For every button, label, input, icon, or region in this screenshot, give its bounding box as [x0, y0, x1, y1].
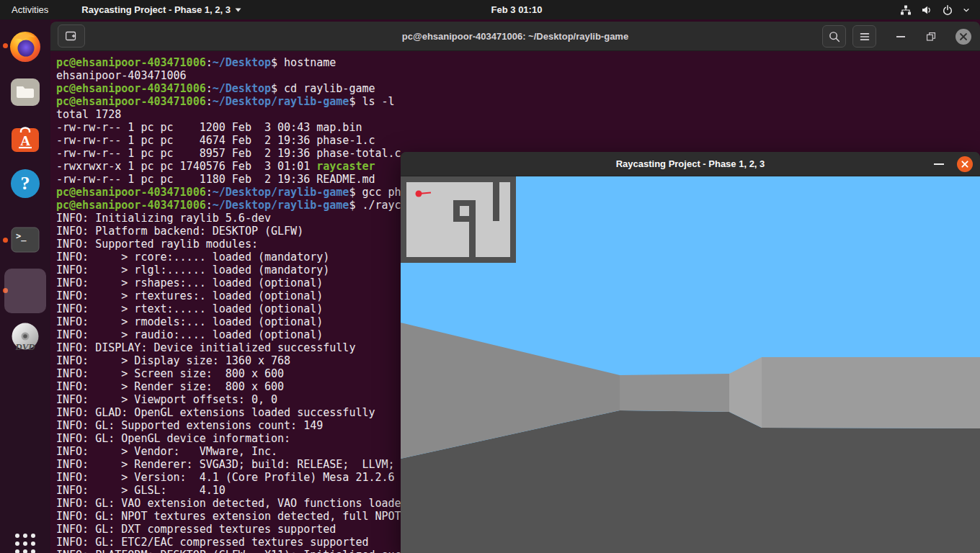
chevron-down-icon: [963, 6, 970, 14]
wall-far: [620, 374, 729, 412]
restore-button[interactable]: [924, 30, 938, 44]
svg-text:?: ?: [21, 173, 30, 194]
terminal-titlebar[interactable]: pc@ehsanipoor-403471006: ~/Desktop/rayli…: [50, 22, 980, 51]
search-icon: [827, 29, 842, 45]
restore-icon: [924, 30, 938, 44]
dock-item-help[interactable]: ?: [0, 166, 50, 201]
svg-text:A: A: [20, 133, 30, 148]
dock-item-ubuntu-software[interactable]: A: [0, 122, 50, 156]
dock-item-raycaster-app[interactable]: [4, 269, 46, 313]
terminal-icon: >_: [8, 222, 43, 257]
focused-app-title: Raycasting Project - Phase 1, 2, 3: [81, 4, 231, 15]
terminal-line: pc@ehsanipoor-403471006:~/Desktop$ hostn…: [56, 56, 980, 69]
clock-button[interactable]: Feb 3 01:10: [470, 4, 564, 15]
chevron-down-icon: [235, 8, 241, 12]
svg-text:>_: >_: [16, 231, 27, 242]
dock-item-terminal[interactable]: >_: [0, 222, 50, 257]
dock-item-firefox[interactable]: [0, 29, 50, 63]
focused-app-menu[interactable]: Raycasting Project - Phase 1, 2, 3: [74, 0, 249, 19]
minimize-button[interactable]: [896, 36, 905, 37]
ubuntu-software-icon: A: [8, 122, 43, 156]
close-button[interactable]: [956, 29, 971, 45]
game-window: Raycasting Project - Phase 1, 2, 3: [401, 152, 980, 553]
dock-item-dvd[interactable]: DVD: [0, 321, 50, 356]
dock-item-show-applications[interactable]: [0, 529, 50, 553]
volume-icon: [921, 4, 932, 16]
hamburger-menu-icon: [857, 29, 873, 45]
files-icon: [8, 75, 43, 109]
terminal-line: ehsanipoor-403471006: [56, 69, 980, 82]
close-icon: [959, 32, 968, 41]
game-viewport: [401, 176, 980, 553]
wall-right: [762, 357, 980, 428]
firefox-icon: [8, 29, 43, 63]
dock-item-files[interactable]: [0, 75, 50, 109]
minimap: [401, 176, 516, 263]
player-marker: [416, 191, 422, 197]
search-button[interactable]: [822, 25, 846, 48]
top-bar: Activities Raycasting Project - Phase 1,…: [0, 0, 980, 19]
activities-label: Activities: [12, 4, 48, 15]
dvd-icon: DVD: [8, 321, 43, 356]
terminal-line: pc@ehsanipoor-403471006:~/Desktop$ cd ra…: [56, 82, 980, 95]
network-icon: [900, 4, 912, 16]
game-titlebar[interactable]: Raycasting Project - Phase 1, 2, 3: [401, 152, 980, 176]
power-icon: [942, 4, 953, 16]
terminal-line: -rw-rw-r-- 1 pc pc 4674 Feb 2 19:36 phas…: [56, 134, 980, 147]
menu-button[interactable]: [852, 25, 876, 48]
svg-text:DVD: DVD: [14, 341, 35, 352]
terminal-line: pc@ehsanipoor-403471006:~/Desktop/raylib…: [56, 95, 980, 108]
app-grid-icon: [13, 531, 37, 553]
system-tray[interactable]: [900, 0, 980, 19]
help-icon: ?: [8, 166, 43, 201]
activities-button[interactable]: Activities: [4, 0, 55, 19]
terminal-line: total 1728: [56, 108, 980, 121]
game-title: Raycasting Project - Phase 1, 2, 3: [401, 158, 980, 169]
dock: A ? >_: [0, 19, 50, 553]
terminal-line: -rw-rw-r-- 1 pc pc 1200 Feb 3 00:43 map.…: [56, 121, 980, 134]
terminal-window-controls: [822, 22, 980, 51]
